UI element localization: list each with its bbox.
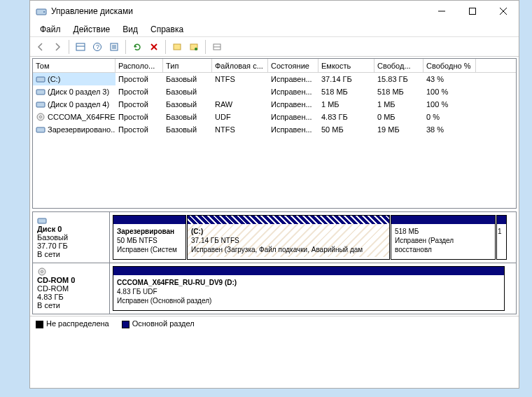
tool-3-button[interactable]	[209, 39, 225, 55]
cd-icon	[36, 113, 46, 121]
tool-1-button[interactable]	[169, 39, 185, 55]
disk-name: Диск 0	[37, 225, 62, 233]
disk-status: В сети	[37, 250, 105, 258]
disk-size: 4.83 ГБ	[37, 293, 105, 301]
cdrom-0: CD-ROM 0 CD-ROM 4.83 ГБ В сети CCCOMA_X6…	[33, 263, 516, 314]
svg-point-18	[195, 48, 197, 50]
svg-rect-22	[36, 90, 45, 95]
col-free[interactable]: Свобод...	[374, 59, 424, 72]
disk-graphics: Диск 0 Базовый 37.70 ГБ В сети Зарезерви…	[32, 211, 517, 314]
hdd-icon	[36, 88, 46, 96]
forward-button[interactable]	[50, 39, 65, 55]
disk-status: В сети	[37, 301, 105, 309]
maximize-button[interactable]	[457, 1, 488, 22]
table-row[interactable]: (Диск 0 раздел 4)ПростойБазовыйRAWИсправ…	[33, 98, 516, 111]
minimize-button[interactable]	[426, 1, 457, 22]
hdd-icon	[36, 125, 46, 134]
menu-view[interactable]: Вид	[117, 23, 144, 36]
disk-0-info[interactable]: Диск 0 Базовый 37.70 ГБ В сети	[33, 212, 110, 263]
disk-name: CD-ROM 0	[37, 276, 75, 284]
window-title: Управление дисками	[51, 6, 426, 16]
svg-rect-26	[36, 127, 45, 132]
column-headers: Том Располо... Тип Файловая с... Состоян…	[33, 59, 516, 73]
svg-point-1	[43, 11, 45, 13]
col-layout[interactable]: Располо...	[115, 59, 163, 72]
partition[interactable]: 1	[496, 215, 507, 260]
volume-list: Том Располо... Тип Файловая с... Состоян…	[32, 58, 517, 209]
menubar: Файл Действие Вид Справка	[30, 22, 519, 37]
hdd-icon	[36, 75, 46, 83]
separator	[165, 40, 166, 54]
hdd-icon	[37, 216, 105, 225]
table-row[interactable]: Зарезервировано...ПростойБазовыйNTFSИспр…	[33, 123, 516, 136]
separator	[69, 40, 69, 54]
app-icon	[36, 6, 47, 17]
disk-0: Диск 0 Базовый 37.70 ГБ В сети Зарезерви…	[33, 212, 516, 263]
delete-button[interactable]	[146, 39, 162, 55]
svg-rect-6	[76, 43, 85, 50]
menu-file[interactable]: Файл	[34, 23, 66, 36]
svg-rect-16	[174, 44, 181, 50]
table-row[interactable]: (C:)ПростойБазовыйNTFSИсправен...37.14 Г…	[33, 73, 516, 85]
disk-0-partitions: Зарезервирован50 МБ NTFSИсправен (Систем…	[110, 212, 516, 263]
back-button[interactable]	[33, 39, 48, 55]
col-pct[interactable]: Свободно %	[424, 59, 476, 72]
help-button[interactable]: ?	[90, 39, 105, 55]
svg-text:?: ?	[96, 43, 99, 50]
view-list-button[interactable]	[73, 39, 88, 55]
svg-rect-21	[36, 77, 45, 82]
legend-unallocated: Не распределена	[36, 319, 109, 328]
col-state[interactable]: Состояние	[268, 59, 318, 72]
titlebar[interactable]: Управление дисками	[30, 1, 519, 22]
col-capacity[interactable]: Емкость	[318, 59, 374, 72]
svg-rect-23	[36, 102, 45, 107]
close-button[interactable]	[488, 1, 519, 22]
disk-type: Базовый	[37, 233, 105, 242]
svg-rect-3	[470, 8, 476, 15]
col-type[interactable]: Тип	[163, 59, 212, 72]
disk-type: CD-ROM	[37, 284, 105, 293]
partition[interactable]: 518 МБИсправен (Раздел восстановл	[391, 215, 496, 260]
partition[interactable]: Зарезервирован50 МБ NTFSИсправен (Систем	[113, 215, 186, 260]
partition-c[interactable]: (C:)37.14 ГБ NTFSИсправен (Загрузка, Фай…	[187, 215, 390, 260]
col-fs[interactable]: Файловая с...	[212, 59, 268, 72]
menu-action[interactable]: Действие	[68, 23, 116, 36]
cdrom-0-info[interactable]: CD-ROM 0 CD-ROM 4.83 ГБ В сети	[33, 263, 110, 314]
table-row[interactable]: (Диск 0 раздел 3)ПростойБазовыйИсправен.…	[33, 85, 516, 98]
disk-size: 37.70 ГБ	[37, 242, 105, 250]
refresh-button[interactable]	[130, 39, 145, 55]
hdd-icon	[36, 100, 46, 109]
svg-point-25	[40, 116, 42, 118]
cdrom-0-partitions: CCCOMA_X64FRE_RU-RU_DV9 (D:)4.83 ГБ UDFИ…	[110, 263, 516, 314]
legend: Не распределена Основной раздел	[30, 316, 519, 331]
toolbar: ?	[30, 37, 519, 57]
col-volume[interactable]: Том	[33, 59, 115, 72]
properties-button[interactable]	[106, 39, 122, 55]
svg-point-29	[41, 271, 43, 273]
legend-primary: Основной раздел	[122, 319, 195, 328]
menu-help[interactable]: Справка	[145, 23, 189, 36]
partition[interactable]: CCCOMA_X64FRE_RU-RU_DV9 (D:)4.83 ГБ UDFИ…	[113, 266, 505, 311]
cd-icon	[37, 267, 105, 276]
separator	[205, 40, 206, 54]
separator	[125, 40, 126, 54]
tool-2-button[interactable]	[186, 39, 202, 55]
disk-mgmt-window: Управление дисками Файл Действие Вид Спр…	[29, 0, 519, 389]
table-row[interactable]: CCCOMA_X64FRE...ПростойБазовыйUDFИсправе…	[33, 111, 516, 123]
svg-rect-27	[38, 218, 46, 223]
